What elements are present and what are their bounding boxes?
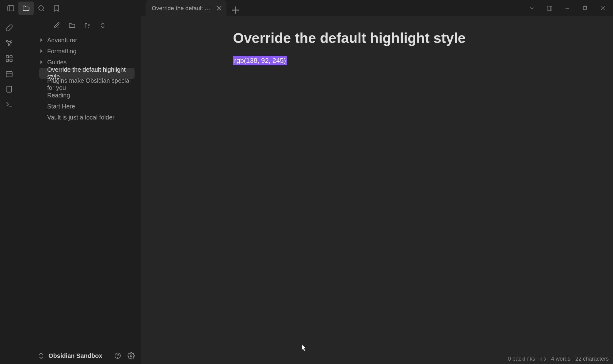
note-title[interactable]: Override the default highlight style (233, 30, 521, 46)
svg-line-17 (8, 42, 10, 42)
help-icon[interactable] (112, 351, 123, 361)
svg-point-38 (117, 357, 118, 358)
titlebar: Override the default highli… (0, 0, 613, 16)
highlighted-text[interactable]: rgb(138, 92, 245) (233, 56, 287, 65)
file-label: Reading (47, 92, 70, 99)
status-words-text: 4 words (551, 356, 570, 362)
svg-rect-29 (7, 86, 11, 92)
window-minimize-button[interactable] (558, 1, 576, 16)
graph-view-icon[interactable] (4, 38, 15, 49)
folder-formatting[interactable]: Formatting (39, 46, 135, 57)
tab-override-highlight[interactable]: Override the default highli… (146, 0, 227, 16)
folder-label: Formatting (47, 48, 77, 55)
command-palette-icon[interactable] (4, 99, 15, 110)
file-label: Plugins make Obsidian special for you (47, 77, 135, 91)
close-tab-button[interactable] (215, 5, 223, 12)
file-label: Start Here (47, 103, 75, 110)
editor-pane: Override the default highlight style rgb… (141, 16, 613, 364)
folder-adventurer[interactable]: Adventurer (39, 35, 135, 46)
svg-rect-22 (6, 59, 9, 62)
file-reading[interactable]: Reading (39, 90, 135, 101)
vault-name[interactable]: Obsidian Sandbox (48, 352, 109, 359)
new-tab-button[interactable] (230, 4, 242, 16)
collapse-expand-button[interactable] (97, 19, 109, 32)
svg-rect-11 (583, 6, 586, 9)
canvas-icon[interactable] (4, 53, 15, 64)
new-folder-button[interactable] (66, 19, 78, 32)
vault-switcher-icon[interactable] (37, 351, 45, 360)
folder-label: Guides (47, 59, 67, 66)
svg-line-3 (43, 9, 44, 11)
file-vault-local-folder[interactable]: Vault is just a local folder (39, 112, 135, 123)
status-backlinks-text: 0 backlinks (508, 356, 535, 362)
daily-note-icon[interactable] (4, 68, 15, 79)
status-characters-text: 22 characters (575, 356, 609, 362)
status-backlinks[interactable]: 0 backlinks (508, 356, 535, 362)
note-body[interactable]: rgb(138, 92, 245) (233, 57, 521, 65)
svg-rect-8 (547, 6, 552, 10)
collapse-left-sidebar-button[interactable] (3, 2, 18, 15)
file-start-here[interactable]: Start Here (39, 101, 135, 112)
svg-point-39 (130, 355, 132, 357)
new-note-button[interactable] (51, 19, 63, 32)
svg-rect-23 (10, 59, 12, 62)
tab-bar: Override the default highli… (146, 0, 242, 16)
svg-line-18 (8, 42, 9, 45)
quick-switcher-icon[interactable] (4, 22, 15, 33)
bookmarks-tab-button[interactable] (49, 2, 64, 15)
templates-icon[interactable] (4, 84, 15, 95)
svg-rect-24 (6, 71, 12, 77)
status-words[interactable]: 4 words (551, 356, 570, 362)
svg-rect-20 (6, 55, 9, 58)
status-mode-icon[interactable] (540, 356, 546, 362)
window-close-button[interactable] (594, 1, 612, 16)
status-bar: 0 backlinks 4 words 22 characters (508, 356, 609, 362)
mouse-cursor-icon (302, 345, 307, 351)
folder-label: Adventurer (47, 37, 77, 44)
svg-point-2 (39, 6, 43, 10)
search-tab-button[interactable] (34, 2, 49, 15)
sort-button[interactable] (81, 19, 93, 32)
file-tree: Adventurer Formatting Guides Override th… (18, 35, 141, 347)
sidebar: Adventurer Formatting Guides Override th… (18, 16, 141, 364)
svg-line-19 (10, 42, 11, 45)
tab-dropdown-button[interactable] (523, 1, 541, 16)
status-characters[interactable]: 22 characters (575, 356, 609, 362)
ribbon (0, 16, 18, 364)
files-tab-button[interactable] (18, 2, 34, 15)
settings-icon[interactable] (126, 351, 136, 361)
file-plugins-special[interactable]: Plugins make Obsidian special for you (39, 79, 135, 90)
svg-rect-28 (7, 86, 11, 92)
expand-right-sidebar-button[interactable] (541, 1, 558, 16)
svg-rect-0 (8, 6, 14, 11)
window-maximize-button[interactable] (576, 1, 594, 16)
svg-rect-21 (10, 55, 12, 58)
tab-title: Override the default highli… (152, 5, 213, 12)
file-label: Vault is just a local folder (47, 114, 115, 121)
sidebar-footer: Obsidian Sandbox (18, 347, 141, 364)
